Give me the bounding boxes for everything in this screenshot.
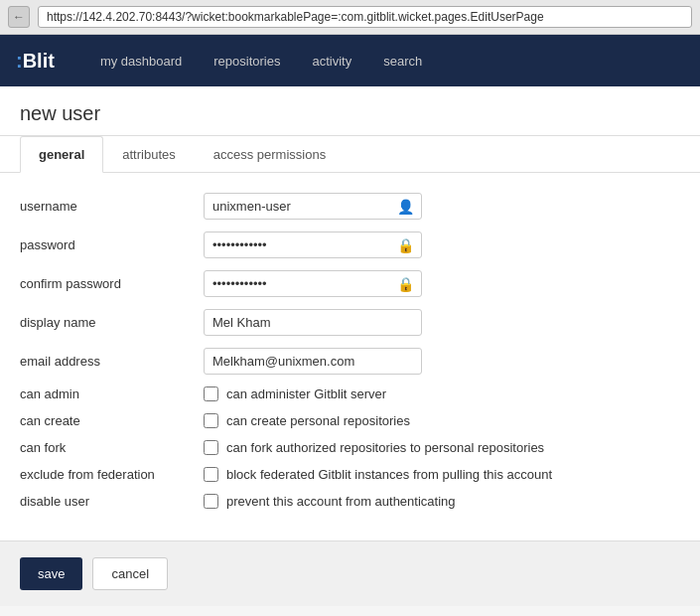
can-admin-text: can administer Gitblit server: [226, 386, 386, 401]
nav-search[interactable]: search: [367, 40, 438, 82]
can-fork-group: can fork authorized repositories to pers…: [204, 440, 544, 455]
tab-general[interactable]: general: [20, 136, 103, 173]
brand-logo[interactable]: :Blit: [16, 50, 55, 73]
page-title: new user: [0, 86, 700, 136]
can-create-label: can create: [20, 413, 204, 428]
exclude-federation-row: exclude from federation block federated …: [20, 467, 680, 482]
password-row: password 🔒: [20, 231, 680, 258]
can-admin-label: can admin: [20, 386, 204, 401]
password-label: password: [20, 237, 204, 252]
password-input-wrapper: 🔒: [204, 231, 422, 258]
exclude-federation-group: block federated Gitblit instances from p…: [204, 467, 552, 482]
display-name-input[interactable]: [204, 309, 422, 336]
username-input-wrapper: 👤: [204, 193, 422, 220]
form-area: username 👤 password 🔒 confirm password: [0, 173, 700, 540]
exclude-federation-label: exclude from federation: [20, 467, 204, 482]
tab-access-permissions[interactable]: access permissions: [195, 136, 345, 173]
disable-user-group: prevent this account from authenticating: [204, 494, 456, 509]
email-address-label: email address: [20, 354, 204, 369]
save-button[interactable]: save: [20, 557, 82, 590]
main-wrapper: new user general attributes access permi…: [0, 86, 700, 616]
email-address-row: email address: [20, 348, 680, 375]
confirm-password-icon: 🔒: [397, 276, 414, 292]
exclude-federation-text: block federated Gitblit instances from p…: [226, 467, 552, 482]
url-bar[interactable]: https://142.4.202.70:8443/?wicket:bookma…: [38, 6, 692, 28]
browser-bar: ← https://142.4.202.70:8443/?wicket:book…: [0, 0, 700, 35]
can-fork-checkbox[interactable]: [204, 440, 218, 455]
can-fork-label: can fork: [20, 440, 204, 455]
back-button[interactable]: ←: [8, 6, 30, 28]
navbar: :Blit my dashboard repositories activity…: [0, 35, 700, 86]
can-create-checkbox[interactable]: [204, 413, 218, 428]
can-admin-group: can administer Gitblit server: [204, 386, 386, 401]
page-content: new user general attributes access permi…: [0, 86, 700, 606]
disable-user-text: prevent this account from authenticating: [226, 494, 456, 509]
can-create-row: can create can create personal repositor…: [20, 413, 680, 428]
nav-links: my dashboard repositories activity searc…: [84, 40, 438, 82]
disable-user-row: disable user prevent this account from a…: [20, 494, 680, 509]
email-address-input[interactable]: [204, 348, 422, 375]
display-name-row: display name: [20, 309, 680, 336]
exclude-federation-checkbox[interactable]: [204, 467, 218, 482]
can-create-group: can create personal repositories: [204, 413, 410, 428]
password-input[interactable]: [204, 231, 422, 258]
tab-attributes[interactable]: attributes: [103, 136, 194, 173]
password-icon: 🔒: [397, 237, 414, 253]
can-admin-checkbox[interactable]: [204, 386, 218, 401]
disable-user-checkbox[interactable]: [204, 494, 218, 509]
action-area: save cancel: [0, 540, 700, 606]
username-icon: 👤: [397, 199, 414, 215]
username-row: username 👤: [20, 193, 680, 220]
can-fork-row: can fork can fork authorized repositorie…: [20, 440, 680, 455]
confirm-password-input-wrapper: 🔒: [204, 270, 422, 297]
can-create-text: can create personal repositories: [226, 413, 410, 428]
can-fork-text: can fork authorized repositories to pers…: [226, 440, 544, 455]
username-label: username: [20, 199, 204, 214]
nav-my-dashboard[interactable]: my dashboard: [84, 40, 198, 82]
nav-activity[interactable]: activity: [296, 40, 367, 82]
cancel-button[interactable]: cancel: [92, 557, 168, 590]
nav-repositories[interactable]: repositories: [198, 40, 296, 82]
can-admin-row: can admin can administer Gitblit server: [20, 386, 680, 401]
disable-user-label: disable user: [20, 494, 204, 509]
confirm-password-row: confirm password 🔒: [20, 270, 680, 297]
confirm-password-label: confirm password: [20, 276, 204, 291]
tab-bar: general attributes access permissions: [0, 136, 700, 173]
username-input[interactable]: [204, 193, 422, 220]
confirm-password-input[interactable]: [204, 270, 422, 297]
display-name-label: display name: [20, 315, 204, 330]
